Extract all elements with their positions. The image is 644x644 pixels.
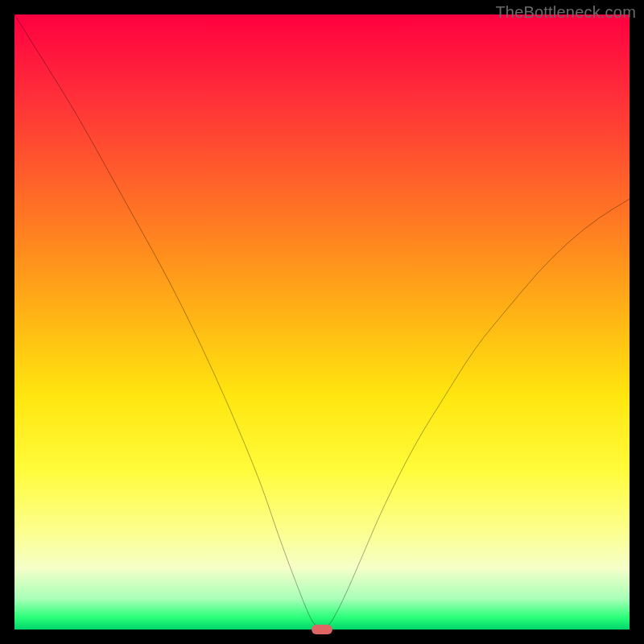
bottleneck-curve — [14, 14, 630, 630]
watermark-text: TheBottleneck.com — [495, 3, 636, 22]
plot-area — [14, 14, 630, 630]
curve-path — [14, 14, 630, 629]
chart-frame: TheBottleneck.com — [0, 0, 644, 644]
optimal-marker — [312, 625, 332, 634]
